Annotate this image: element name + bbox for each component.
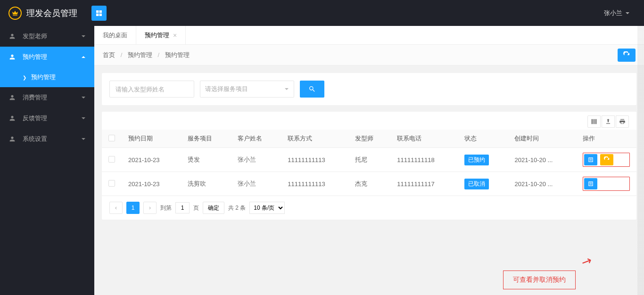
view-button[interactable]: [584, 178, 597, 189]
chevron-down-icon: [81, 137, 86, 141]
chevron-down-icon: [81, 95, 86, 100]
sidebar: 发型老师 预约管理 ❯ 预约管理 消费管理 反馈管理: [0, 26, 94, 295]
tab-bar: 我的桌面 预约管理 ×: [94, 26, 644, 45]
refresh-button[interactable]: [618, 49, 636, 62]
cell-contact: 11111111113: [281, 148, 348, 172]
service-select[interactable]: 请选择服务项目: [200, 81, 294, 98]
cell-status: 已取消: [458, 172, 508, 196]
sidebar-item-appointment[interactable]: 预约管理: [0, 47, 94, 67]
search-bar: 请选择服务项目: [102, 73, 636, 105]
total-count: 共 2 条: [228, 204, 246, 212]
cell-date: 2021-10-23: [122, 172, 181, 196]
page-next-button[interactable]: ›: [143, 202, 157, 214]
col-phone: 联系电话: [390, 130, 458, 148]
header-left: 理发会员管理: [0, 0, 107, 26]
stylist-name-input[interactable]: [109, 81, 194, 98]
row-checkbox[interactable]: [108, 156, 115, 163]
sidebar-item-label: 反馈管理: [23, 114, 47, 123]
cell-date: 2021-10-23: [122, 148, 181, 172]
person-icon: [8, 94, 16, 101]
table-toolbar: [102, 112, 636, 130]
page-prev-button[interactable]: ‹: [109, 202, 123, 214]
columns-icon: [591, 118, 597, 125]
select-all-checkbox[interactable]: [108, 135, 115, 141]
crumb-home[interactable]: 首页: [103, 51, 115, 58]
sidebar-item-settings[interactable]: 系统设置: [0, 129, 94, 149]
col-contact: 联系方式: [281, 130, 348, 148]
grid-icon: [95, 9, 103, 17]
callout-arrow: ↗: [579, 253, 595, 270]
cancel-button[interactable]: [600, 154, 613, 165]
chevron-down-icon: [625, 11, 630, 16]
person-icon: [8, 33, 16, 40]
menu-toggle-button[interactable]: [91, 6, 107, 21]
detail-icon: [587, 180, 594, 187]
export-button[interactable]: [602, 115, 615, 128]
cell-created: 2021-10-20 ...: [508, 148, 576, 172]
tab-appointment[interactable]: 预约管理 ×: [136, 26, 186, 44]
appointment-table: 预约日期 服务项目 客户姓名 联系方式 发型师 联系电话 状态 创建时间 操作 …: [102, 130, 636, 196]
crown-icon: [8, 7, 22, 20]
close-icon[interactable]: ×: [173, 32, 177, 39]
scrollbar[interactable]: [637, 26, 644, 295]
cell-phone: 11111111117: [390, 172, 458, 196]
chevron-up-icon: [81, 55, 86, 59]
search-button[interactable]: [300, 81, 324, 98]
app-title: 理发会员管理: [26, 8, 77, 19]
table-row: 2021-10-23烫发张小兰11111111113托尼11111111118已…: [102, 148, 636, 172]
breadcrumb-bar: 首页 / 预约管理 / 预约管理: [94, 45, 644, 66]
goto-page-input[interactable]: [175, 202, 190, 213]
app-header: 理发会员管理 张小兰: [0, 0, 644, 26]
pagination: ‹ 1 › 到第 页 确定 共 2 条 10 条/页: [102, 196, 636, 220]
user-menu[interactable]: 张小兰: [597, 0, 637, 26]
columns-button[interactable]: [587, 115, 601, 128]
main-area: 我的桌面 预约管理 × 首页 / 预约管理 / 预约管理: [94, 26, 644, 295]
per-page-select[interactable]: 10 条/页: [249, 202, 285, 214]
sidebar-item-label: 系统设置: [23, 135, 47, 143]
col-date: 预约日期: [122, 130, 181, 148]
goto-label: 到第: [160, 204, 172, 212]
content: 请选择服务项目: [94, 66, 644, 295]
row-checkbox[interactable]: [108, 180, 115, 187]
status-badge: 已预约: [464, 155, 489, 165]
cell-created: 2021-10-20 ...: [508, 172, 576, 196]
app-logo: 理发会员管理: [0, 0, 86, 26]
col-status: 状态: [458, 130, 508, 148]
print-button[interactable]: [616, 115, 629, 128]
refresh-icon: [623, 51, 630, 59]
sidebar-item-consumption[interactable]: 消费管理: [0, 87, 94, 108]
cell-service: 烫发: [181, 148, 231, 172]
search-icon: [308, 85, 316, 93]
person-icon: [8, 53, 16, 61]
chevron-down-icon: [81, 116, 86, 121]
tab-label: 我的桌面: [103, 31, 127, 40]
view-button[interactable]: [584, 154, 597, 165]
cell-stylist: 托尼: [348, 148, 390, 172]
tab-desktop[interactable]: 我的桌面: [94, 26, 136, 44]
sidebar-item-stylist[interactable]: 发型老师: [0, 26, 94, 47]
person-icon: [8, 135, 16, 143]
col-customer: 客户姓名: [231, 130, 281, 148]
search-card: 请选择服务项目: [102, 73, 636, 105]
col-stylist: 发型师: [348, 130, 390, 148]
cell-actions: [576, 148, 636, 172]
col-service: 服务项目: [181, 130, 231, 148]
crumb-page: 预约管理: [165, 51, 190, 58]
cell-service: 洗剪吹: [181, 172, 231, 196]
refresh-icon: [603, 156, 610, 163]
cell-stylist: 杰克: [348, 172, 390, 196]
status-badge: 已取消: [464, 179, 489, 189]
table-row: 2021-10-23洗剪吹张小兰11111111113杰克11111111117…: [102, 172, 636, 196]
sidebar-subitem-appointment[interactable]: ❯ 预约管理: [0, 67, 94, 87]
table-card: 预约日期 服务项目 客户姓名 联系方式 发型师 联系电话 状态 创建时间 操作 …: [102, 112, 636, 220]
cell-customer: 张小兰: [231, 172, 281, 196]
sidebar-item-feedback[interactable]: 反馈管理: [0, 108, 94, 129]
col-actions: 操作: [576, 130, 636, 148]
crumb-section[interactable]: 预约管理: [128, 51, 152, 58]
sidebar-item-label: 预约管理: [23, 53, 47, 61]
detail-icon: [587, 156, 594, 163]
page-number-button[interactable]: 1: [126, 202, 140, 214]
cell-customer: 张小兰: [231, 148, 281, 172]
goto-confirm-button[interactable]: 确定: [203, 202, 224, 214]
callout-box: 可查看并取消预约: [503, 270, 576, 289]
